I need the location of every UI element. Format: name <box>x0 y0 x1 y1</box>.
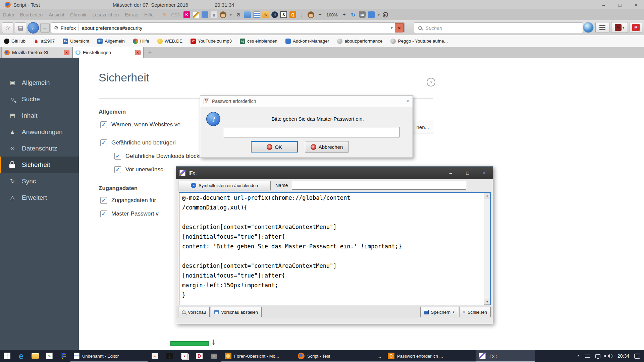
dialog-close-icon[interactable]: × <box>406 98 409 104</box>
window-list-icon[interactable] <box>253 11 260 18</box>
taskbar-task-script-test[interactable]: Script - Test ... <box>294 350 384 362</box>
preview-button[interactable]: Vorschau <box>178 307 210 317</box>
folder-edit-icon[interactable]: ✎ <box>262 11 269 18</box>
checkbox-save-logins[interactable]: ✓ <box>100 197 107 204</box>
bookmark-item[interactable]: Hilfe <box>133 39 149 44</box>
forward-button[interactable]: → <box>40 23 50 33</box>
stylish-k-icon[interactable]: K <box>183 11 190 18</box>
menu-item[interactable]: Lesezeichen <box>90 12 122 17</box>
menu-item[interactable]: Bearbeiten <box>17 12 46 17</box>
brush-icon[interactable] <box>193 11 199 18</box>
puzzle-icon[interactable] <box>368 11 375 18</box>
notifications-icon[interactable] <box>634 354 640 359</box>
browser-tab[interactable]: Einstellungen × <box>72 47 144 58</box>
taskbar-launcher[interactable]: ✎ <box>42 350 56 362</box>
bookmark-item[interactable]: Peggo - Youtube aufne... <box>390 39 448 44</box>
sidebar-item[interactable]: ▣ Allgemein <box>0 74 79 91</box>
url-bar[interactable]: ⚙ Firefox about:preferences#security ▼ × <box>51 22 405 33</box>
scrollbar[interactable]: ▲ ▼ <box>484 193 490 305</box>
checkbox-warn-addons[interactable]: ✓ <box>100 121 107 128</box>
taskbar-task-password-dialog[interactable]: Q Passwort erforderlich ... <box>384 350 476 362</box>
save-button[interactable]: Speichern ▾ <box>420 307 458 317</box>
master-password-input[interactable] <box>224 127 399 137</box>
close-button[interactable]: × <box>628 2 644 8</box>
bookmark-item[interactable]: YT YouTube zu mp3 <box>191 39 232 44</box>
taskbar-launcher[interactable]: e <box>14 350 28 362</box>
checkbox-master-password[interactable]: ✓ <box>100 210 107 217</box>
start-button[interactable] <box>0 350 14 362</box>
taskbar-launcher[interactable]: ● <box>148 350 162 362</box>
downloadhelper-button[interactable]: ↖ ▾ <box>611 22 628 33</box>
zoom-in-icon[interactable]: + <box>341 11 347 18</box>
url-dropdown-icon[interactable]: ▼ <box>390 26 393 30</box>
help-icon[interactable]: ? <box>427 78 435 86</box>
greasemonkey2-icon[interactable] <box>308 11 314 18</box>
window-download-icon[interactable]: ↓ <box>202 11 208 18</box>
style-name-input[interactable] <box>292 181 466 190</box>
bookmark-item[interactable]: ♞ at2907 <box>34 39 55 44</box>
taskbar-launcher[interactable]: ● <box>207 350 221 362</box>
quick-search-icon[interactable]: Q <box>289 11 296 18</box>
menu-item[interactable]: Datei <box>0 12 17 17</box>
bookmark-item[interactable]: Fx Allgemein <box>97 39 124 44</box>
tab-close-button[interactable]: × <box>64 50 69 55</box>
url-text[interactable]: about:preferences#security <box>82 25 390 31</box>
greasemonkey-icon[interactable] <box>220 11 226 18</box>
bookmark-item[interactable]: GitHub <box>4 39 25 44</box>
cancel-button[interactable]: × Abbrechen <box>305 141 348 153</box>
css-label[interactable]: CSS <box>170 11 181 18</box>
sync-icon[interactable]: ↻ <box>350 11 357 18</box>
sidebar-item[interactable]: ∞ Datenschutz <box>0 140 79 157</box>
clipboard-button[interactable]: ▤ <box>15 22 26 33</box>
taskbar-launcher[interactable]: ↓ <box>162 350 177 362</box>
bookmark-star-button[interactable]: ☆ <box>2 22 13 33</box>
sidebar-item[interactable]: ○ Suche <box>0 91 79 107</box>
taskbar-launcher[interactable] <box>28 350 42 362</box>
folder-icon[interactable] <box>244 11 251 18</box>
pencil-icon[interactable]: ✎ <box>161 11 168 18</box>
sidebar-item[interactable]: △ Erweitert <box>0 189 79 206</box>
back-button[interactable]: ← <box>28 22 39 34</box>
hamburger-menu-button[interactable] <box>595 22 609 33</box>
maximize-button[interactable]: □ <box>612 2 628 8</box>
stop-button[interactable]: × <box>395 23 404 33</box>
volume-icon[interactable] <box>605 354 612 358</box>
bookmark-item[interactable]: Add-ons-Manager <box>285 39 329 44</box>
microphone-icon[interactable]: ▮ <box>211 11 217 18</box>
maximize-button[interactable]: □ <box>459 167 476 179</box>
download-arrow-icon[interactable]: ↓ <box>211 337 216 347</box>
bookmark-item[interactable]: WEB.DE <box>157 39 182 44</box>
ublock-icon[interactable]: uB <box>359 11 366 18</box>
new-tab-button[interactable]: + <box>145 48 155 57</box>
taskbar-task-fx-editor[interactable]: !Fx : <box>476 350 535 362</box>
battery-icon[interactable] <box>585 355 590 358</box>
sidebar-item[interactable]: Sicherheit <box>0 157 79 173</box>
clock[interactable]: 20:34 <box>618 353 629 359</box>
gear-icon[interactable]: ⚙ <box>235 11 242 18</box>
taskbar-launcher[interactable]: ♦ <box>177 350 192 362</box>
ddl-globe-icon[interactable]: d <box>271 11 278 18</box>
stylish-s-icon[interactable]: S <box>280 11 287 18</box>
minimize-button[interactable]: – <box>442 167 459 179</box>
menu-item[interactable]: Hilfe <box>141 12 157 17</box>
tab-close-button[interactable]: × <box>135 50 141 55</box>
thunderbird-icon[interactable] <box>583 22 594 33</box>
close-editor-button[interactable]: × Schließen <box>459 307 491 317</box>
checkbox-block-dangerous[interactable]: ✓ <box>100 139 107 146</box>
network-icon[interactable] <box>595 354 600 358</box>
zoom-level[interactable]: 100% <box>326 11 338 18</box>
toggle-toolbars-button[interactable]: » Symbolleisten ein-/ausblenden <box>178 181 271 190</box>
taskbar-launcher[interactable]: F <box>56 350 70 362</box>
checkbox-warn-unwanted[interactable]: ✓ <box>114 166 121 173</box>
download-arrow-icon[interactable]: ↓ <box>299 11 305 18</box>
search-box[interactable] <box>414 22 583 33</box>
sidebar-item[interactable]: ▲ Anwendungen <box>0 124 79 140</box>
sidebar-item[interactable]: ▤ Inhalt <box>0 107 79 124</box>
browser-tab[interactable]: Mozilla Firefox-St... × <box>1 47 72 58</box>
pocket-button[interactable]: P <box>630 22 642 33</box>
close-button[interactable]: × <box>476 167 493 179</box>
css-code-editor[interactable]: @-moz-document url-prefix(chrome://globa… <box>179 192 491 305</box>
bookmark-item[interactable]: Fx Übersicht <box>63 39 89 44</box>
scroll-down-button[interactable]: ▼ <box>484 299 490 305</box>
taskbar-task-forum[interactable]: Foren-Übersicht - Mo... <box>221 350 294 362</box>
